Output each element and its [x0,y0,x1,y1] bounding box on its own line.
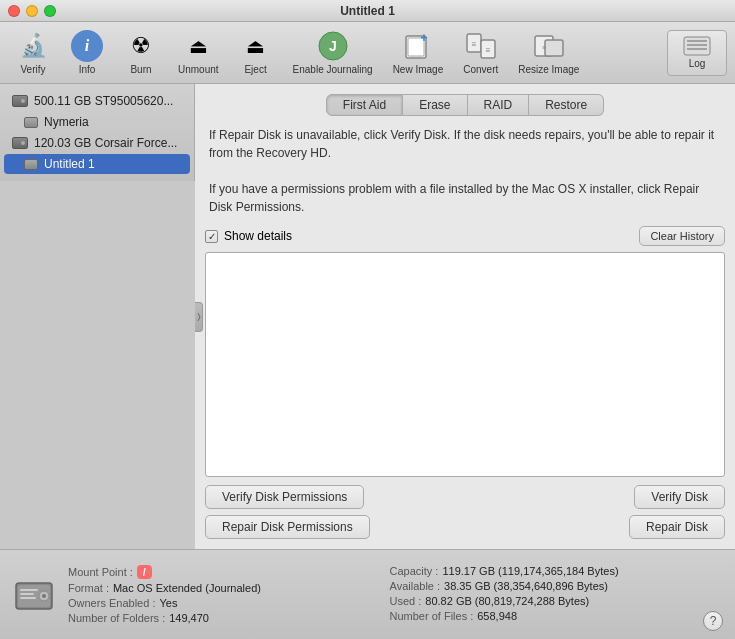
owners-row: Owners Enabled : Yes [68,597,370,609]
sidebar-collapse-handle[interactable] [195,302,203,332]
tab-erase[interactable]: Erase [403,94,467,116]
minimize-button[interactable] [26,5,38,17]
status-disk-icon [12,573,56,617]
sidebar-item-disk2[interactable]: 120.03 GB Corsair Force... [4,133,190,153]
svg-text:≡: ≡ [485,46,490,55]
toolbar: 🔬 Verify i Info ☢ Burn ⏏ Unmount ⏏ Eject… [0,22,735,84]
first-aid-info: If Repair Disk is unavailable, click Ver… [205,126,725,216]
repair-disk-button[interactable]: Repair Disk [629,515,725,539]
used-value: 80.82 GB (80,819,724,288 Bytes) [425,595,589,607]
new-image-icon: + [402,30,434,62]
toolbar-burn[interactable]: ☢ Burn [116,26,166,80]
files-row: Number of Files : 658,948 [390,610,692,622]
convert-label: Convert [463,64,498,76]
svg-rect-20 [20,589,38,591]
mount-point-value: / [137,565,152,579]
repair-disk-permissions-button[interactable]: Repair Disk Permissions [205,515,370,539]
sidebar-item-vol2[interactable]: Untitled 1 [4,154,190,174]
toolbar-verify[interactable]: 🔬 Verify [8,26,58,80]
info-paragraph-2: If you have a permissions problem with a… [209,180,721,216]
convert-icon: ≡ ≡ [465,30,497,62]
verify-disk-permissions-button[interactable]: Verify Disk Permissions [205,485,364,509]
tab-restore[interactable]: Restore [529,94,604,116]
mount-point-label: Mount Point : [68,566,133,578]
owners-value: Yes [159,597,177,609]
available-label: Available : [390,580,441,592]
verify-disk-button[interactable]: Verify Disk [634,485,725,509]
sidebar-item-vol1[interactable]: Nymeria [4,112,190,132]
files-label: Number of Files : [390,610,474,622]
svg-rect-21 [20,593,34,595]
tab-bar: First Aid Erase RAID Restore [205,94,725,116]
enable-journaling-label: Enable Journaling [293,64,373,76]
window-title: Untitled 1 [340,4,395,18]
toolbar-eject[interactable]: ⏏ Eject [231,26,281,80]
owners-label: Owners Enabled : [68,597,155,609]
capacity-value: 119.17 GB (119,174,365,184 Bytes) [442,565,618,577]
verify-icon: 🔬 [17,30,49,62]
toolbar-convert[interactable]: ≡ ≡ Convert [455,26,506,80]
format-value: Mac OS Extended (Journaled) [113,582,261,594]
available-value: 38.35 GB (38,354,640,896 Bytes) [444,580,608,592]
svg-rect-12 [684,37,710,55]
format-label: Format : [68,582,109,594]
sidebar-label-disk2: 120.03 GB Corsair Force... [34,136,177,150]
verify-label: Verify [20,64,45,76]
eject-label: Eject [244,64,266,76]
action-buttons-row2: Repair Disk Permissions Repair Disk [205,515,725,539]
sidebar-item-disk1[interactable]: 500.11 GB ST95005620... [4,91,190,111]
volume-icon-2 [24,159,38,170]
svg-text:≡: ≡ [542,44,546,51]
clear-history-button[interactable]: Clear History [639,226,725,246]
sidebar-label-vol2: Untitled 1 [44,157,95,171]
toolbar-info[interactable]: i Info [62,26,112,80]
tab-first-aid[interactable]: First Aid [326,94,403,116]
close-button[interactable] [8,5,20,17]
toolbar-enable-journaling[interactable]: J Enable Journaling [285,26,381,80]
unmount-label: Unmount [178,64,219,76]
svg-rect-10 [545,40,563,56]
window-controls[interactable] [8,5,56,17]
show-details-label: Show details [224,229,292,243]
main-layout: 500.11 GB ST95005620... Nymeria 120.03 G… [0,84,735,549]
status-info: Mount Point : / Format : Mac OS Extended… [68,565,691,624]
sidebar: 500.11 GB ST95005620... Nymeria 120.03 G… [0,84,195,181]
info-label: Info [79,64,96,76]
toolbar-log[interactable]: Log [667,30,727,76]
chevron-right-icon [197,312,201,322]
svg-text:≡: ≡ [471,40,476,49]
unmount-icon: ⏏ [182,30,214,62]
svg-rect-22 [20,597,36,599]
toolbar-new-image[interactable]: + New Image [385,26,452,80]
format-row: Format : Mac OS Extended (Journaled) [68,582,370,594]
enable-journaling-icon: J [317,30,349,62]
log-area [205,252,725,477]
resize-image-label: Resize Image [518,64,579,76]
burn-icon: ☢ [125,30,157,62]
files-value: 658,948 [477,610,517,622]
eject-icon: ⏏ [240,30,272,62]
sidebar-label-disk1: 500.11 GB ST95005620... [34,94,173,108]
maximize-button[interactable] [44,5,56,17]
new-image-label: New Image [393,64,444,76]
hdd-icon [14,575,54,615]
available-row: Available : 38.35 GB (38,354,640,896 Byt… [390,580,692,592]
log-icon [683,36,711,56]
svg-text:+: + [420,31,427,45]
sidebar-wrapper: 500.11 GB ST95005620... Nymeria 120.03 G… [0,84,195,549]
content-area: First Aid Erase RAID Restore If Repair D… [195,84,735,549]
show-details-checkbox[interactable]: ✓ [205,230,218,243]
sidebar-label-vol1: Nymeria [44,115,89,129]
capacity-row: Capacity : 119.17 GB (119,174,365,184 By… [390,565,692,577]
capacity-label: Capacity : [390,565,439,577]
action-buttons-row1: Verify Disk Permissions Verify Disk [205,485,725,509]
svg-point-19 [42,594,46,598]
tab-raid[interactable]: RAID [468,94,530,116]
used-row: Used : 80.82 GB (80,819,724,288 Bytes) [390,595,692,607]
folders-value: 149,470 [169,612,209,624]
disk-icon-2 [12,137,28,149]
help-button[interactable]: ? [703,611,723,631]
toolbar-resize-image[interactable]: ≡ Resize Image [510,26,587,80]
toolbar-unmount[interactable]: ⏏ Unmount [170,26,227,80]
folders-label: Number of Folders : [68,612,165,624]
